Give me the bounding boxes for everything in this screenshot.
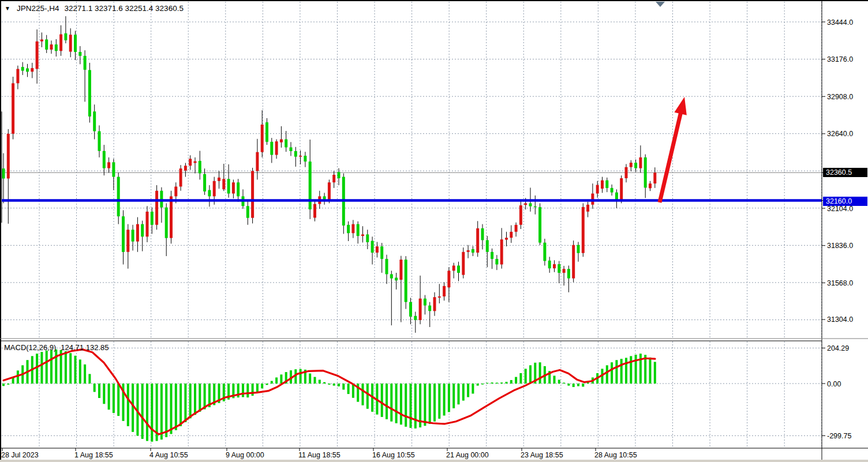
chart-canvas[interactable]: 33444.033176.032908.032640.032104.031836… — [0, 0, 868, 462]
macd-label: MACD(12,26,9) — [4, 343, 56, 352]
candle — [582, 203, 585, 257]
candle — [251, 168, 254, 223]
price-tick-label: 31836.0 — [827, 242, 853, 250]
time-tick-label: 16 Aug 10:55 — [372, 451, 415, 459]
time-tick-label: 1 Aug 18:55 — [74, 451, 113, 459]
time-tick-label: 28 Jul 2023 — [1, 451, 39, 459]
macd-indicator-label: MACD(12,26,9)124.71 132.85 — [4, 343, 108, 352]
chart-window: 33444.033176.032908.032640.032104.031836… — [0, 0, 868, 462]
candle — [620, 175, 623, 203]
candle — [405, 256, 407, 309]
price-tick-label: 33176.0 — [827, 55, 853, 63]
price-tick-label: 32640.0 — [827, 130, 853, 138]
macd-tick-label: 204.29 — [827, 344, 849, 352]
time-tick-label: 28 Aug 10:55 — [594, 451, 637, 459]
candle — [342, 174, 345, 234]
macd-values: 124.71 132.85 — [61, 343, 108, 352]
candle — [572, 241, 575, 282]
macd-tick-label: 0.00 — [827, 380, 841, 388]
time-tick-label: 21 Aug 00:00 — [446, 451, 489, 459]
price-tick-label: 31304.0 — [827, 315, 853, 324]
chart-title: ▼JPN225-,H432271.1 32371.6 32251.4 32360… — [5, 4, 184, 13]
symbol-period-label: JPN225-,H4 — [17, 4, 59, 13]
candle — [12, 77, 14, 140]
last-price-badge: 32360.5 — [823, 168, 867, 177]
time-tick-label: 9 Aug 00:00 — [226, 451, 264, 459]
price-tick-label: 32908.0 — [827, 93, 853, 101]
candle — [462, 247, 465, 279]
candle — [155, 185, 158, 230]
price-tick-label: 31568.0 — [827, 279, 853, 287]
candle — [538, 203, 541, 245]
time-tick-label: 23 Aug 18:55 — [521, 451, 563, 459]
time-tick-label: 11 Aug 18:55 — [298, 451, 341, 459]
price-tick-label: 33444.0 — [827, 18, 853, 27]
support-level-badge: 32160.0 — [823, 197, 867, 206]
macd-tick-label: -299.75 — [827, 432, 851, 440]
time-tick-label: 4 Aug 10:55 — [149, 451, 188, 459]
ohlc-readout: 32271.1 32371.6 32251.4 32360.5 — [64, 4, 183, 13]
candle — [88, 63, 91, 123]
symbol-dropdown-icon[interactable]: ▼ — [5, 5, 10, 12]
candle — [170, 191, 173, 244]
